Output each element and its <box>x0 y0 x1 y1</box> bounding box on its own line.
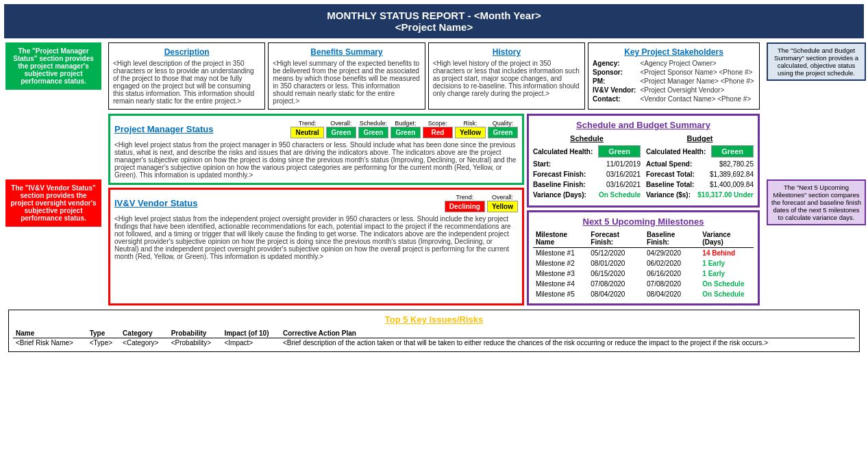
badge-label: Quality: <box>488 120 518 127</box>
sb-two-col: Schedule Calculated Health: Green Start:… <box>533 134 754 201</box>
ms-cell-variance: 1 Early <box>699 268 754 279</box>
badge-label: Overall: <box>487 194 518 201</box>
ms-table-row: Milestone #105/12/202004/29/202014 Behin… <box>533 248 754 259</box>
badge-value: Neutral <box>290 127 323 138</box>
sb-row-label: Baseline Finish: <box>533 181 586 188</box>
sb-schedule-row: Forecast Finish:03/16/2021 <box>533 171 641 178</box>
pm-badge-container: Quality:Green <box>488 120 518 138</box>
sb-budget-title: Budget <box>646 134 754 142</box>
issues-cell-impact: <Impact> <box>221 338 280 348</box>
issues-cell-probability: <Probability> <box>169 338 222 348</box>
sb-sched-health-value: Green <box>598 145 641 158</box>
ms-cell-forecast: 06/15/2020 <box>588 268 644 279</box>
badge-label: Budget: <box>390 120 421 127</box>
badge-value: Yellow <box>487 201 518 212</box>
ms-cell-name: Milestone #3 <box>533 268 588 279</box>
stakeholder-label: Contact: <box>593 95 636 103</box>
annotation-ivv: The "IV&V Vendor Status" section provide… <box>5 179 101 227</box>
history-cell: History <High level history of the proje… <box>428 42 585 110</box>
header: MONTHLY STATUS REPORT - <Month Year> <Pr… <box>4 4 864 38</box>
ms-cell-forecast: 08/01/2020 <box>588 258 644 268</box>
stakeholders-cell: Key Project Stakeholders Agency:<Agency … <box>588 42 760 110</box>
ms-table-row: Milestone #407/08/202007/08/2020On Sched… <box>533 279 754 289</box>
badge-value: Yellow <box>455 127 486 138</box>
ms-cell-baseline: 08/04/2020 <box>644 289 699 299</box>
ms-cell-forecast: 05/12/2020 <box>588 248 644 259</box>
sb-row-value: 03/16/2021 <box>606 171 641 178</box>
annotation-pm: The "Project Manager Status" section pro… <box>5 42 101 90</box>
sb-budget-health-value: Green <box>711 145 754 158</box>
ms-table: Milestone NameForecast Finish:Baseline F… <box>533 229 754 299</box>
sb-row-value: On Schedule <box>599 191 641 199</box>
badge-value: Red <box>423 127 453 138</box>
badge-value: Green <box>358 127 388 138</box>
annotation-ms: The "Next 5 Upcoming Milestones" section… <box>767 179 866 225</box>
pm-status-body: <High level project status from the proj… <box>114 141 518 179</box>
row2-right: Schedule and Budget Summary Schedule Cal… <box>527 114 760 305</box>
ms-cell-name: Milestone #4 <box>533 279 588 289</box>
issues-cell-type: <Type> <box>87 338 120 348</box>
ms-cell-baseline: 04/29/2020 <box>644 248 699 259</box>
benefits-cell: Benefits Summary <High level summary of … <box>268 42 425 110</box>
pm-status-header: Project Manager Status Trend:NeutralOver… <box>114 120 518 138</box>
sb-sched-health-label: Calculated Health: <box>533 148 593 155</box>
ivv-status-body: <High level project status from the inde… <box>114 215 518 260</box>
benefits-title: Benefits Summary <box>273 47 420 57</box>
sb-schedule-row: Start:11/01/2019 <box>533 160 641 168</box>
issues-col-header: Corrective Action Plan <box>280 329 855 338</box>
pm-badge-container: Risk:Yellow <box>455 120 486 138</box>
ms-col-header: Milestone Name <box>533 229 588 248</box>
badge-label: Risk: <box>455 120 486 127</box>
sb-row-value: $82,780.25 <box>719 160 754 168</box>
sb-row-label: Forecast Total: <box>646 171 695 178</box>
issues-table-row: <Brief Risk Name><Type><Category><Probab… <box>13 338 855 348</box>
sb-row-label: Actual Spend: <box>646 160 692 168</box>
pm-status-title: Project Manager Status <box>114 124 214 134</box>
ms-cell-baseline: 06/02/2020 <box>644 258 699 268</box>
ms-table-row: Milestone #208/01/202006/02/20201 Early <box>533 258 754 268</box>
ms-title: Next 5 Upcoming Milestones <box>533 216 754 227</box>
issues-cell-category: <Category> <box>120 338 169 348</box>
pm-badge-container: Schedule:Green <box>358 120 388 138</box>
content-wrapper: The "Project Manager Status" section pro… <box>108 42 760 305</box>
row2: Project Manager Status Trend:NeutralOver… <box>108 114 760 305</box>
issues-col-header: Name <box>13 329 87 338</box>
stakeholders-title: Key Project Stakeholders <box>593 47 755 57</box>
ivv-badge-group: Trend:DecliningOverall:Yellow <box>445 194 518 212</box>
issues-title: Top 5 Key Issues/Risks <box>13 314 855 325</box>
issues-wrapper: Top 5 Key Issues/Risks NameTypeCategoryP… <box>8 310 860 352</box>
pm-badge-container: Scope:Red <box>423 120 453 138</box>
stakeholder-label: PM: <box>593 77 636 85</box>
ivv-badge-container: Trend:Declining <box>445 194 485 212</box>
badge-label: Trend: <box>445 194 485 201</box>
issues-col-header: Type <box>87 329 120 338</box>
ms-cell-name: Milestone #2 <box>533 258 588 268</box>
ivv-status-header: IV&V Vendor Status Trend:DecliningOveral… <box>114 194 518 212</box>
sb-row-value: $1,389,692.84 <box>710 171 754 178</box>
header-line1: MONTHLY STATUS REPORT - <Month Year> <box>7 10 861 21</box>
badge-value: Green <box>488 127 518 138</box>
row1: Description <High level description of t… <box>108 42 760 110</box>
ms-table-row: Milestone #306/15/202006/16/20201 Early <box>533 268 754 279</box>
sb-schedule-row: Baseline Finish:03/16/2021 <box>533 181 641 188</box>
ivv-badge-container: Overall:Yellow <box>487 194 518 212</box>
ms-cell-variance: 14 Behind <box>699 248 754 259</box>
sb-budget-row: Variance ($s):$10,317.00 Under <box>646 191 754 199</box>
badge-label: Schedule: <box>358 120 388 127</box>
sb-title: Schedule and Budget Summary <box>533 120 754 130</box>
sb-row-label: Variance (Days): <box>533 191 586 199</box>
sb-budget-health-label: Calculated Health: <box>646 148 706 155</box>
stakeholder-label: Agency: <box>593 60 636 67</box>
sb-schedule-row: Variance (Days):On Schedule <box>533 191 641 199</box>
pm-status-box: Project Manager Status Trend:NeutralOver… <box>108 114 524 185</box>
pm-badge-group: Trend:NeutralOverall:GreenSchedule:Green… <box>290 120 518 138</box>
ms-col-header: Forecast Finish: <box>588 229 644 248</box>
stakeholder-value: <Project Manager Name> <Phone #> <box>640 77 755 85</box>
history-title: History <box>433 47 580 57</box>
ms-cell-variance: On Schedule <box>699 279 754 289</box>
badge-value: Declining <box>445 201 485 212</box>
issues-box: Top 5 Key Issues/Risks NameTypeCategoryP… <box>8 310 860 352</box>
sb-budget-col: Budget Calculated Health: Green Actual S… <box>646 134 754 201</box>
sb-sched-health-row: Calculated Health: Green <box>533 145 641 158</box>
ivv-status-title: IV&V Vendor Status <box>114 198 197 208</box>
